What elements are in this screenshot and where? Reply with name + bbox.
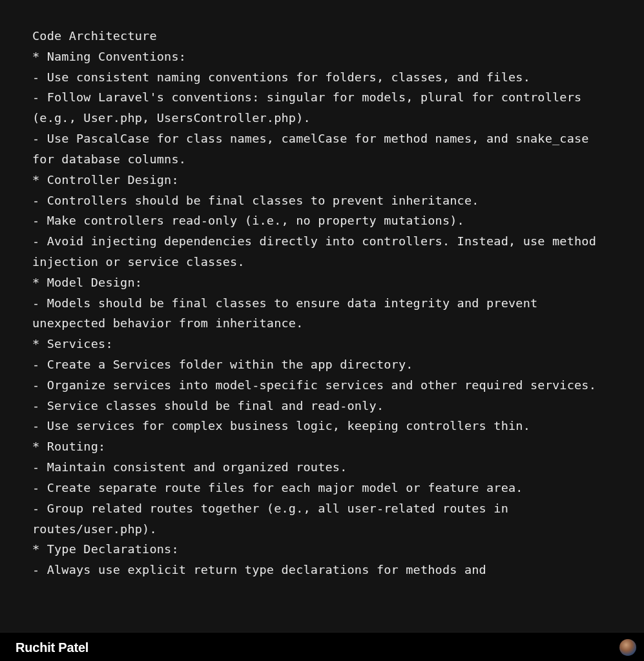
author-avatar [619,639,636,656]
footer-bar: Ruchit Patel [0,632,644,661]
code-architecture-document: Code Architecture * Naming Conventions: … [0,0,644,593]
author-name: Ruchit Patel [16,640,88,655]
